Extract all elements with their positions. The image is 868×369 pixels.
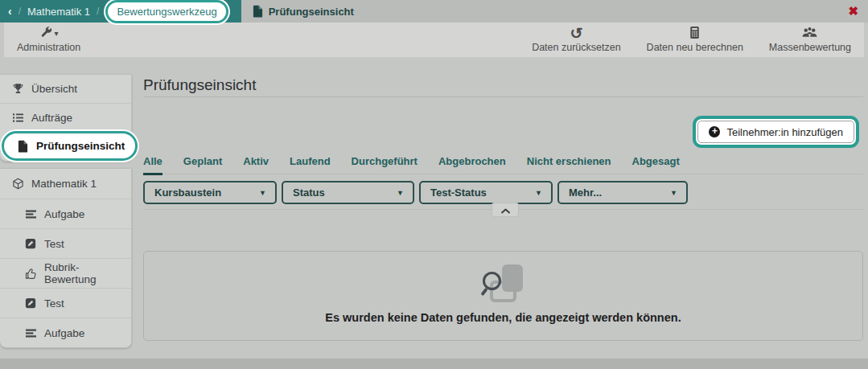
- administration-label: Administration: [17, 42, 80, 53]
- close-icon[interactable]: ✖: [848, 4, 858, 18]
- undo-icon: ↺: [570, 27, 582, 40]
- breadcrumb-item-assessment-tool-highlighted[interactable]: Bewertungswerkzeug: [105, 0, 228, 23]
- sidebar-item-test[interactable]: Test: [0, 228, 131, 258]
- breadcrumb-bar: ‹ / Mathematik 1 / Bewertungswerkzeug Pr…: [0, 0, 868, 23]
- sidebar-item-pruefungseinsicht-highlighted[interactable]: Prüfungseinsicht: [2, 131, 138, 161]
- filter-test-status-dropdown[interactable]: Test-Status ▼: [419, 181, 553, 204]
- trophy-icon: [11, 83, 24, 96]
- tab-laufend[interactable]: Laufend: [290, 155, 331, 174]
- thumbs-up-icon: [24, 267, 37, 280]
- sidebar-item-label: Aufgabe: [44, 327, 84, 339]
- sidebar-item-label: Prüfungseinsicht: [36, 140, 125, 152]
- tab-abgesagt[interactable]: Abgesagt: [632, 155, 680, 174]
- test-icon: [24, 297, 37, 310]
- toolbar-spacer: [93, 23, 519, 57]
- filter-mehr-dropdown[interactable]: Mehr... ▼: [557, 181, 688, 204]
- sidebar-item-aufgabe[interactable]: Aufgabe: [0, 199, 131, 228]
- assessment-tool-window: ‹ / Mathematik 1 / Bewertungswerkzeug Pr…: [0, 0, 868, 369]
- sidebar-item-label: Aufgabe: [44, 208, 84, 220]
- title-divider: [143, 96, 863, 97]
- breadcrumb-separator: /: [19, 6, 21, 17]
- sidebar-item-uebersicht[interactable]: Übersicht: [0, 75, 131, 103]
- empty-state-message: Es wurden keine Daten gefunden, die ange…: [325, 311, 681, 324]
- document-icon: [253, 5, 263, 18]
- calculator-icon: [689, 26, 701, 42]
- recalculate-data-label: Daten neu berechnen: [647, 42, 743, 53]
- sidebar-item-label: Test: [44, 297, 64, 310]
- empty-state-panel: Es wurden keine Daten gefunden, die ange…: [143, 251, 863, 341]
- caret-down-icon: ▼: [259, 189, 266, 197]
- filter-label: Mehr...: [569, 187, 602, 199]
- sidebar-item-label: Übersicht: [31, 83, 77, 95]
- task-list-icon: [11, 111, 24, 124]
- sidebar-item-course-mathematik[interactable]: Mathematik 1: [0, 169, 131, 199]
- sidebar-item-test[interactable]: Test: [0, 288, 131, 318]
- collapse-filters-button[interactable]: [492, 203, 519, 217]
- add-participant-button[interactable]: Teilnehmer:in hinzufügen: [697, 121, 854, 143]
- tab-durchgefuehrt[interactable]: Durchgeführt: [352, 155, 418, 174]
- search-empty-icon: [480, 264, 527, 306]
- sidebar-item-label: Test: [44, 238, 64, 250]
- sidebar-item-aufgabe[interactable]: Aufgabe: [0, 318, 131, 347]
- bars-icon: [24, 326, 37, 339]
- page-title: Prüfungseinsicht: [143, 76, 256, 94]
- test-icon: [24, 237, 37, 250]
- tab-alle[interactable]: Alle: [143, 155, 162, 174]
- bars-icon: [24, 207, 37, 220]
- filter-label: Test-Status: [430, 187, 487, 199]
- document-icon: [16, 140, 29, 153]
- caret-down-icon: ▼: [670, 189, 677, 197]
- group-icon: [802, 27, 817, 41]
- recalculate-data-button[interactable]: Daten neu berechnen: [634, 23, 756, 57]
- caret-down-icon: ▼: [535, 189, 542, 197]
- sidebar-item-auftraege[interactable]: Aufträge: [0, 103, 131, 131]
- caret-down-icon: ▾: [55, 29, 59, 38]
- tab-geplant[interactable]: Geplant: [183, 155, 222, 174]
- caret-down-icon: ▼: [397, 189, 404, 197]
- tab-nicht-erschienen[interactable]: Nicht erschienen: [527, 155, 611, 174]
- sidebar-course-tree: Mathematik 1 Aufgabe Test Rubrik-Bewertu…: [0, 168, 132, 348]
- sidebar-item-label: Rubrik-Bewertung: [44, 261, 131, 285]
- filter-bar: Kursbaustein ▼ Status ▼ Test-Status ▼ Me…: [143, 181, 688, 204]
- reset-data-button[interactable]: ↺ Daten zurücksetzen: [519, 23, 633, 57]
- tab-abgebrochen[interactable]: Abgebrochen: [438, 155, 506, 174]
- sidebar-item-label: Mathematik 1: [31, 178, 97, 190]
- administration-menu[interactable]: ▾ Administration: [4, 23, 93, 57]
- footer-band: [0, 359, 868, 369]
- filter-status-dropdown[interactable]: Status ▼: [282, 181, 414, 204]
- bulk-assessment-button[interactable]: Massenbewertung: [756, 23, 864, 57]
- wrench-icon: [39, 26, 52, 41]
- filter-label: Kursbaustein: [154, 187, 221, 199]
- sidebar-tool-menu: Übersicht Aufträge Prüfungseinsicht: [0, 74, 132, 162]
- status-tabs: Alle Geplant Aktiv Laufend Durchgeführt …: [143, 155, 863, 174]
- topbar-tab-label: Prüfungseinsicht: [269, 6, 354, 18]
- toolbar: ▾ Administration ↺ Daten zurücksetzen Da…: [3, 23, 865, 58]
- cube-icon: [11, 178, 24, 191]
- back-icon[interactable]: ‹: [8, 5, 12, 18]
- filter-kursbaustein-dropdown[interactable]: Kursbaustein ▼: [143, 181, 277, 204]
- topbar-tab-pruefungseinsicht[interactable]: Prüfungseinsicht: [241, 5, 365, 18]
- sidebar-item-rubrik-bewertung[interactable]: Rubrik-Bewertung: [0, 258, 131, 288]
- breadcrumb-item-course[interactable]: Mathematik 1: [27, 6, 90, 18]
- breadcrumb-separator: /: [97, 6, 99, 17]
- bulk-assessment-label: Massenbewertung: [769, 42, 851, 53]
- breadcrumb: ‹ / Mathematik 1 / Bewertungswerkzeug: [0, 0, 241, 23]
- tab-aktiv[interactable]: Aktiv: [243, 155, 269, 174]
- filter-label: Status: [293, 187, 325, 199]
- reset-data-label: Daten zurücksetzen: [532, 42, 620, 53]
- sidebar-item-label: Aufträge: [31, 112, 72, 124]
- plus-circle-icon: [709, 126, 720, 137]
- chevron-up-icon: [501, 203, 510, 217]
- add-participant-label: Teilnehmer:in hinzufügen: [726, 126, 843, 138]
